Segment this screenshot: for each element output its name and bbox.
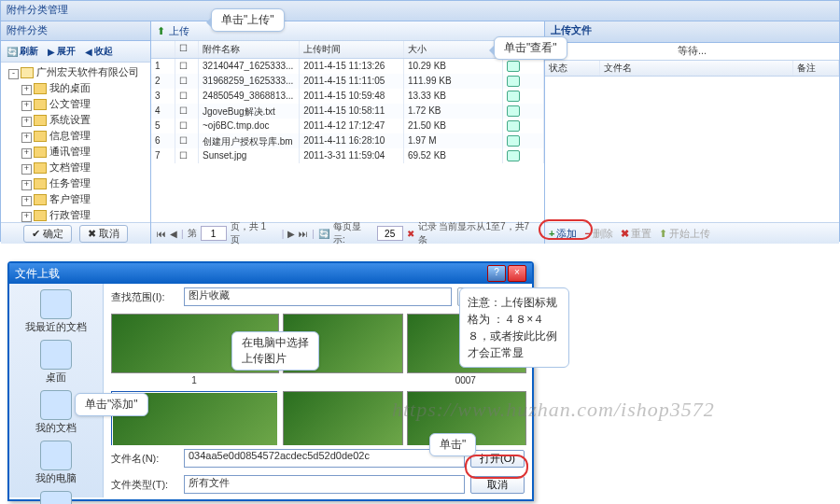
look-in-combo[interactable]: 图片收藏 — [184, 287, 452, 306]
filename-field[interactable]: 034aa5e0d0854572acdec5d52d0de02c — [184, 449, 465, 468]
reset-button[interactable]: ✖重置 — [621, 227, 651, 241]
filename-label: 文件名(N): — [111, 452, 178, 466]
attachment-manager: 附件分类管理 附件分类 🔄刷新 ▶展开 ◀收起 -广州宏天软件有限公司 +我的桌… — [0, 0, 840, 242]
table-row[interactable]: 5☐~oj6BC.tmp.doc2011-4-12 17:12:4721.50 … — [151, 119, 544, 133]
view-icon[interactable] — [507, 120, 520, 132]
thumbnail[interactable]: 20090426_d8749358... — [283, 391, 400, 445]
sidebar-header: 附件分类 — [1, 21, 150, 41]
upload-button[interactable]: 上传 — [169, 24, 189, 38]
places-bar: 我最近的文档 桌面 我的文档 我的电脑 网上邻居 — [9, 284, 104, 497]
cancel-open-button[interactable]: 取消 — [470, 476, 525, 494]
table-row[interactable]: 7☐Sunset.jpg2011-3-31 11:59:0469.52 KB — [151, 148, 544, 163]
view-icon[interactable] — [507, 91, 520, 102]
prev-page[interactable]: ◀ — [170, 229, 177, 239]
file-open-dialog: 文件上载 ? × 我最近的文档 桌面 我的文档 我的电脑 网上邻居 查找范围(I… — [7, 261, 534, 501]
callout-upload: 单击"上传" — [211, 8, 285, 32]
first-page[interactable]: ⏮ — [157, 229, 166, 239]
view-icon[interactable] — [507, 61, 520, 72]
del-file-button[interactable]: −删除 — [584, 227, 612, 241]
window-title: 附件分类管理 — [1, 1, 839, 21]
pager: ⏮ ◀ | 第 页，共 1 页 | ▶ ⏭ | 🔄 每页显示: ✖ 记录 当前显… — [151, 222, 544, 244]
dialog-title: 文件上载 — [15, 266, 60, 282]
callout-open: 单击" — [429, 433, 476, 456]
place-desktop[interactable]: 桌面 — [17, 338, 95, 386]
help-icon[interactable]: ? — [487, 265, 506, 282]
view-icon[interactable] — [507, 105, 520, 117]
table-row[interactable]: 2☐31968259_1625333...2011-4-15 11:11:051… — [151, 74, 544, 89]
sidebar-toolbar: 🔄刷新 ▶展开 ◀收起 — [1, 41, 150, 63]
filetype-label: 文件类型(T): — [111, 478, 178, 492]
per-page-input[interactable] — [377, 226, 403, 241]
look-in-label: 查找范围(I): — [111, 290, 178, 304]
close-icon[interactable]: × — [508, 265, 526, 282]
view-icon[interactable] — [507, 76, 520, 87]
last-page[interactable]: ⏭ — [299, 229, 308, 239]
category-sidebar: 附件分类 🔄刷新 ▶展开 ◀收起 -广州宏天软件有限公司 +我的桌面 +公文管理… — [1, 21, 151, 244]
callout-view: 单击"查看" — [494, 36, 567, 60]
collapse-button[interactable]: ◀收起 — [85, 45, 113, 58]
expand-button[interactable]: ▶展开 — [48, 45, 76, 58]
next-page[interactable]: ▶ — [287, 229, 295, 239]
add-file-button[interactable]: +添加 — [549, 227, 577, 241]
table-row[interactable]: 6☐创建用户授权导库.bm2011-4-11 16:28:101.97 M — [151, 133, 544, 148]
place-recent[interactable]: 我最近的文档 — [17, 287, 95, 336]
page-input[interactable] — [201, 226, 227, 241]
place-computer[interactable]: 我的电脑 — [17, 439, 95, 487]
callout-add: 单击"添加" — [75, 393, 148, 416]
refresh-button[interactable]: 🔄刷新 — [7, 45, 38, 58]
category-tree[interactable]: -广州宏天软件有限公司 +我的桌面 +公文管理 +系统设置 +信息管理 +通讯管… — [1, 63, 150, 222]
start-upload-button[interactable]: ⬆开始上传 — [659, 227, 710, 241]
open-button[interactable]: 打开(O) — [470, 450, 525, 468]
filetype-combo[interactable]: 所有文件 — [184, 475, 465, 494]
table-row[interactable]: 4☐JgoveBug解决.txt2011-4-15 10:58:111.72 K… — [151, 104, 544, 119]
ok-button[interactable]: ✔确定 — [23, 225, 72, 243]
cancel-button[interactable]: ✖取消 — [79, 225, 128, 243]
view-icon[interactable] — [507, 150, 520, 161]
refresh-page[interactable]: 🔄 — [318, 229, 329, 239]
view-icon[interactable] — [507, 135, 520, 147]
spec-note: 注意：上传图标规格为 ：４８×４８，或者按此比例才会正常显 — [459, 287, 569, 368]
place-network[interactable]: 网上邻居 — [17, 489, 95, 504]
upload-waiting: 等待... — [545, 43, 839, 61]
table-row[interactable]: 3☐24850549_3868813...2011-4-15 10:59:481… — [151, 89, 544, 104]
table-row[interactable]: 1☐32140447_1625333...2011-4-15 11:13:261… — [151, 59, 544, 74]
upload-title: 上传文件 — [545, 21, 839, 43]
upload-icon: ⬆ — [157, 25, 165, 37]
upload-panel: 上传文件 等待... 状态 文件名 备注 +添加 −删除 ✖重置 ⬆开始上传 — [544, 21, 839, 244]
callout-pick: 在电脑中选择上传图片 — [231, 331, 319, 371]
